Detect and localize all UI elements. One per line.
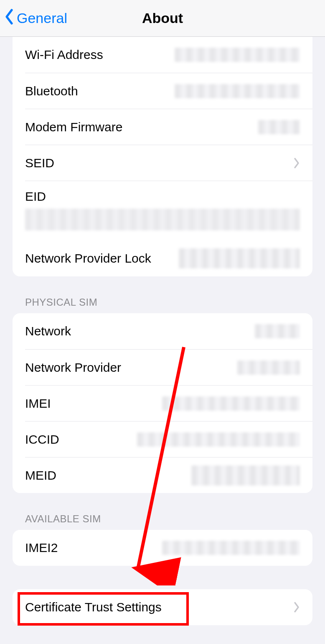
available-sim-group: IMEI2 (13, 530, 312, 566)
redacted-value (237, 360, 300, 375)
row-label: EID (25, 189, 300, 204)
back-label: General (17, 10, 67, 26)
nav-bar: General About (0, 0, 325, 37)
row-meid[interactable]: MEID (25, 457, 312, 493)
row-network-provider[interactable]: Network Provider (25, 349, 312, 385)
row-wifi-address[interactable]: Wi-Fi Address (13, 37, 312, 73)
row-label: Wi-Fi Address (25, 48, 103, 62)
redacted-value (255, 324, 300, 338)
row-label: Modem Firmware (25, 120, 122, 134)
row-certificate-trust-settings[interactable]: Certificate Trust Settings (13, 589, 312, 625)
chevron-left-icon (4, 8, 17, 28)
row-iccid[interactable]: ICCID (25, 421, 312, 457)
device-info-group: Wi-Fi Address Bluetooth Modem Firmware S… (13, 37, 312, 276)
row-eid[interactable]: EID (25, 181, 312, 240)
row-label: MEID (25, 468, 56, 483)
row-label: Bluetooth (25, 84, 78, 98)
redacted-value (25, 209, 300, 230)
certificate-group: Certificate Trust Settings (13, 589, 312, 625)
redacted-value (137, 432, 300, 447)
row-label: Network Provider Lock (25, 251, 151, 266)
row-label: IMEI (25, 396, 51, 411)
section-header-available-sim: AVAILABLE SIM (25, 513, 300, 525)
row-modem-firmware[interactable]: Modem Firmware (25, 109, 312, 145)
redacted-value (191, 465, 300, 486)
chevron-right-icon (293, 601, 300, 613)
redacted-value (162, 396, 300, 411)
row-imei2[interactable]: IMEI2 (13, 530, 312, 566)
row-label: ICCID (25, 432, 59, 447)
row-network-provider-lock[interactable]: Network Provider Lock (13, 240, 312, 276)
chevron-right-icon (293, 157, 300, 169)
redacted-value (179, 248, 300, 268)
section-header-physical-sim: PHYSICAL SIM (25, 296, 300, 308)
redacted-value (258, 120, 300, 134)
row-label: Network (25, 324, 71, 338)
redacted-value (175, 48, 300, 62)
row-label: Network Provider (25, 360, 121, 375)
back-button[interactable]: General (0, 8, 67, 28)
redacted-value (175, 84, 300, 98)
row-network[interactable]: Network (13, 313, 312, 349)
row-label: SEID (25, 156, 54, 170)
row-bluetooth[interactable]: Bluetooth (25, 73, 312, 109)
row-label: IMEI2 (25, 541, 58, 555)
physical-sim-group: Network Network Provider IMEI ICCID MEID (13, 313, 312, 493)
row-label: Certificate Trust Settings (25, 600, 162, 614)
row-seid[interactable]: SEID (25, 145, 312, 181)
row-imei[interactable]: IMEI (25, 385, 312, 421)
redacted-value (162, 541, 300, 555)
